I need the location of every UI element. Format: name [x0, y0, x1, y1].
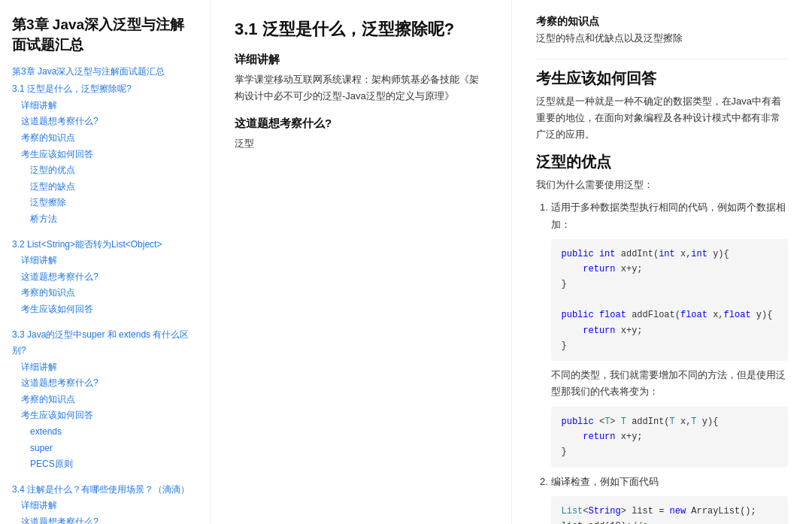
- knowledge-title: 考察的知识点: [536, 15, 789, 29]
- toc-3-3-extends[interactable]: extends: [30, 424, 198, 441]
- toc-3-1-consider[interactable]: 这道题想考察什么?: [21, 114, 198, 130]
- toc-3-2-knowledge[interactable]: 考察的知识点: [21, 285, 198, 301]
- toc-top-link[interactable]: 第3章 Java深入泛型与注解面试题汇总: [12, 65, 198, 78]
- toc-3-1-advantage[interactable]: 泛型的优点: [30, 162, 198, 179]
- toc-3-3-detail[interactable]: 详细讲解: [21, 359, 198, 376]
- toc-3-4-consider[interactable]: 这道题想考察什么?: [21, 514, 198, 524]
- toc-section-3-1: 3.1 泛型是什么，泛型擦除呢? 详细讲解 这道题想考察什么? 考察的知识点 考…: [12, 81, 198, 227]
- right-content-panel: 考察的知识点 泛型的特点和优缺点以及泛型擦除 考生应该如何回答 泛型就是一种就是…: [511, 0, 813, 524]
- toc-3-4-detail[interactable]: 详细讲解: [21, 498, 198, 514]
- advantage-title: 泛型的优点: [536, 152, 789, 172]
- toc-3-2-title[interactable]: 3.2 List<String>能否转为List<Object>: [12, 237, 198, 253]
- toc-3-1-answer[interactable]: 考生应该如何回答: [21, 147, 198, 163]
- toc-3-1-bridge[interactable]: 桥方法: [30, 211, 198, 228]
- toc-3-3-answer[interactable]: 考生应该如何回答: [21, 407, 198, 424]
- toc-3-3-pecs[interactable]: PECS原则: [30, 456, 198, 473]
- chapter-title: 第3章 Java深入泛型与注解面试题汇总: [12, 15, 198, 55]
- toc-3-3-super[interactable]: super: [30, 441, 198, 457]
- code-block-1: public int addInt(int x,int y){ return x…: [551, 239, 789, 362]
- question-content: 泛型: [235, 135, 487, 152]
- toc-3-3-title[interactable]: 3.3 Java的泛型中super 和 extends 有什么区别?: [12, 327, 198, 359]
- knowledge-section: 考察的知识点 泛型的特点和优缺点以及泛型擦除: [536, 15, 789, 59]
- toc-section-3-3: 3.3 Java的泛型中super 和 extends 有什么区别? 详细讲解 …: [12, 327, 198, 473]
- advantage-list: 适用于多种数据类型执行相同的代码，例如两个数据相加： public int ad…: [536, 199, 789, 524]
- course-desc: 掌学课堂移动互联网系统课程：架构师筑基必备技能《架构设计中必不可少的泛型-Jav…: [235, 71, 487, 104]
- advantage-transition: 不同的类型，我们就需要增加不同的方法，但是使用泛型那我们的代表将变为：: [551, 367, 789, 400]
- toc-3-2-answer[interactable]: 考生应该如何回答: [21, 301, 198, 318]
- question-subtitle: 这道题想考察什么?: [235, 117, 487, 131]
- toc-3-3-consider[interactable]: 这道题想考察什么?: [21, 375, 198, 392]
- code-block-2: public <T> T addInt(T x,T y){ return x+y…: [551, 407, 789, 468]
- advantage-item-2: 编译检查，例如下面代码 List<String> list = new Arra…: [551, 474, 789, 524]
- toc-section-3-2: 3.2 List<String>能否转为List<Object> 详细讲解 这道…: [12, 237, 198, 318]
- advantage-item-1: 适用于多种数据类型执行相同的代码，例如两个数据相加： public int ad…: [551, 199, 789, 467]
- knowledge-content: 泛型的特点和优缺点以及泛型擦除: [536, 30, 789, 47]
- code-block-3: List<String> list = new ArrayList(); lis…: [551, 496, 789, 524]
- main-content-panel: 3.1 泛型是什么，泛型擦除呢? 详细讲解 掌学课堂移动互联网系统课程：架构师筑…: [211, 0, 511, 524]
- toc-3-2-consider[interactable]: 这道题想考察什么?: [21, 269, 198, 286]
- toc-section-3-4: 3.4 注解是什么？有哪些使用场景？（滴滴） 详细讲解 这道题想考察什么? 考察…: [12, 482, 198, 524]
- answer-content: 泛型就是一种就是一种不确定的数据类型，在Java中有着重要的地位，在面向对象编程…: [536, 93, 789, 143]
- answer-title: 考生应该如何回答: [536, 68, 789, 89]
- section-title: 3.1 泛型是什么，泛型擦除呢?: [235, 18, 487, 41]
- toc-3-1-erasure[interactable]: 泛型擦除: [30, 195, 198, 211]
- toc-3-3-knowledge[interactable]: 考察的知识点: [21, 392, 198, 408]
- toc-3-1-knowledge[interactable]: 考察的知识点: [21, 130, 198, 147]
- advantage-intro: 我们为什么需要使用泛型：: [536, 177, 789, 193]
- toc-3-1-title[interactable]: 3.1 泛型是什么，泛型擦除呢?: [12, 81, 198, 98]
- toc-3-4-title[interactable]: 3.4 注解是什么？有哪些使用场景？（滴滴）: [12, 482, 198, 498]
- toc-3-2-detail[interactable]: 详细讲解: [21, 253, 198, 269]
- detail-subtitle: 详细讲解: [235, 53, 487, 67]
- toc-3-1-detail[interactable]: 详细讲解: [21, 98, 198, 114]
- toc-3-1-disadvantage[interactable]: 泛型的缺点: [30, 179, 198, 195]
- toc-panel: 第3章 Java深入泛型与注解面试题汇总 第3章 Java深入泛型与注解面试题汇…: [0, 0, 211, 524]
